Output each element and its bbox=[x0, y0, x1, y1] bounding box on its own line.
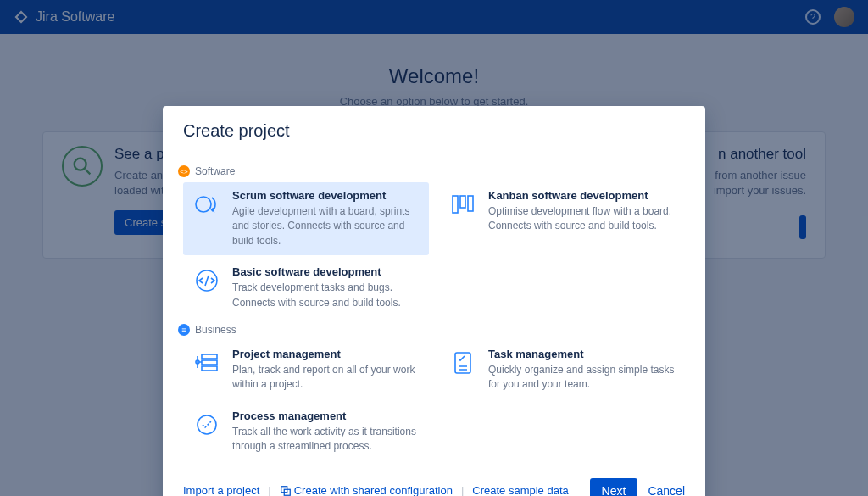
svg-point-12 bbox=[198, 415, 216, 434]
shared-config-icon bbox=[280, 485, 292, 496]
option-task-desc: Quickly organize and assign simple tasks… bbox=[488, 363, 676, 393]
modal-overlay: Create project <> Software Scrum softwar… bbox=[0, 0, 868, 496]
scrum-icon bbox=[192, 189, 222, 220]
option-project-title: Project management bbox=[232, 348, 420, 360]
section-software: <> Software bbox=[178, 165, 685, 177]
option-scrum-title: Scrum software development bbox=[232, 189, 420, 202]
modal-footer: Import a project | Create with shared co… bbox=[163, 465, 705, 496]
footer-links: Import a project | Create with shared co… bbox=[183, 484, 569, 496]
option-basic[interactable]: Basic software development Track develop… bbox=[183, 259, 429, 317]
shared-config-link[interactable]: Create with shared configuration bbox=[280, 484, 453, 496]
svg-rect-8 bbox=[202, 360, 217, 365]
create-project-modal: Create project <> Software Scrum softwar… bbox=[163, 106, 705, 496]
option-basic-desc: Track development tasks and bugs. Connec… bbox=[232, 281, 420, 310]
modal-header: Create project bbox=[163, 106, 705, 153]
svg-rect-3 bbox=[453, 196, 458, 213]
option-task-title: Task management bbox=[488, 348, 676, 360]
option-process-desc: Track all the work activity as it transi… bbox=[232, 425, 420, 454]
option-project-desc: Plan, track and report on all of your wo… bbox=[232, 363, 420, 393]
next-button[interactable]: Next bbox=[590, 478, 638, 496]
project-mgmt-icon bbox=[192, 348, 222, 378]
business-chip-icon: ≡ bbox=[178, 324, 190, 336]
option-kanban-title: Kanban software development bbox=[488, 189, 676, 202]
svg-rect-4 bbox=[460, 196, 465, 208]
option-kanban-desc: Optimise development flow with a board. … bbox=[488, 204, 676, 234]
option-kanban[interactable]: Kanban software development Optimise dev… bbox=[439, 182, 685, 255]
svg-rect-5 bbox=[468, 196, 473, 211]
svg-rect-9 bbox=[202, 366, 217, 371]
svg-point-2 bbox=[196, 197, 211, 212]
task-mgmt-icon bbox=[448, 348, 478, 378]
option-task-mgmt[interactable]: Task management Quickly organize and ass… bbox=[439, 341, 685, 399]
kanban-icon bbox=[448, 189, 478, 220]
modal-title: Create project bbox=[183, 121, 685, 141]
option-process-mgmt[interactable]: Process management Track all the work ac… bbox=[183, 403, 429, 461]
software-chip-icon: <> bbox=[178, 165, 190, 177]
option-basic-title: Basic software development bbox=[232, 265, 420, 278]
option-scrum[interactable]: Scrum software development Agile develop… bbox=[183, 182, 429, 255]
import-project-link[interactable]: Import a project bbox=[183, 484, 259, 496]
option-process-title: Process management bbox=[232, 410, 420, 422]
option-scrum-desc: Agile development with a board, sprints … bbox=[232, 204, 420, 248]
basic-dev-icon bbox=[192, 265, 222, 296]
sample-data-link[interactable]: Create sample data bbox=[472, 484, 568, 496]
modal-body: <> Software Scrum software development A… bbox=[163, 153, 705, 465]
cancel-button[interactable]: Cancel bbox=[648, 484, 685, 496]
process-mgmt-icon bbox=[192, 410, 222, 440]
option-project-mgmt[interactable]: Project management Plan, track and repor… bbox=[183, 341, 429, 399]
svg-rect-7 bbox=[202, 354, 217, 359]
section-business: ≡ Business bbox=[178, 324, 685, 336]
